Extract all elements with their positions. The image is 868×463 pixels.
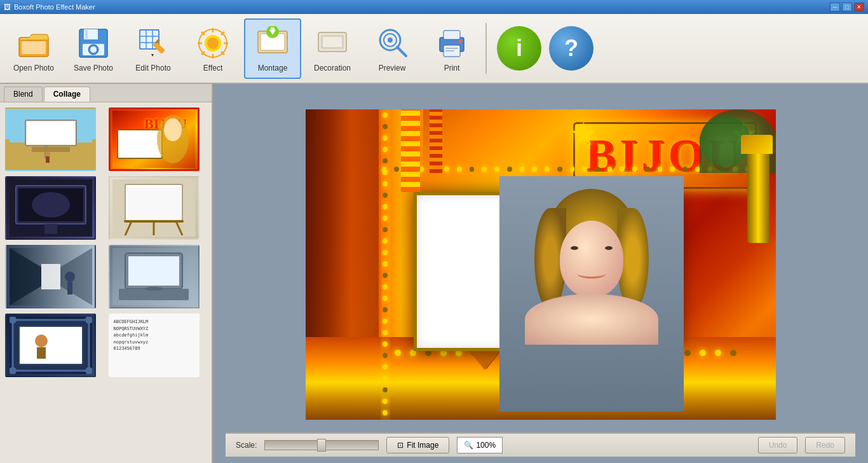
svg-rect-35 [323, 37, 342, 47]
svg-marker-15 [151, 54, 154, 57]
effect-button[interactable]: Effect [184, 18, 241, 79]
theater-image: BIJOU ★ ★ [306, 109, 776, 420]
save-photo-icon [76, 25, 111, 61]
thumbnail-dark[interactable] [5, 176, 96, 240]
title-bar-left: 🖼 Boxoft Photo Effect Maker [4, 3, 95, 11]
edit-photo-button[interactable]: Edit Photo [125, 18, 182, 79]
help-button[interactable]: ? [549, 26, 593, 71]
preview-icon [374, 25, 410, 61]
decoration-icon [315, 25, 350, 61]
print-label: Print [444, 64, 460, 73]
app-icon: 🖼 [4, 3, 11, 11]
canvas-area: BIJOU ★ ★ [213, 84, 868, 463]
bottom-bar: Scale: ⊡ Fit Image 🔍 100% Undo Redo [226, 432, 855, 457]
svg-rect-44 [445, 50, 454, 52]
svg-point-62 [32, 192, 70, 218]
svg-rect-43 [445, 48, 458, 49]
title-bar-controls: ─ □ ✕ [830, 3, 864, 11]
svg-rect-53 [46, 156, 50, 163]
main-canvas: BIJOU ★ ★ [302, 97, 779, 432]
svg-rect-76 [67, 282, 72, 294]
svg-point-45 [459, 40, 462, 43]
thumbnail-bijou[interactable]: BIJOU [109, 107, 200, 171]
thumbnail-canvas[interactable] [109, 176, 200, 240]
svg-rect-1 [22, 41, 46, 54]
svg-rect-4 [85, 30, 88, 39]
svg-rect-79 [128, 256, 179, 286]
preview-button[interactable]: Preview [363, 18, 421, 79]
redo-label: Redo [816, 441, 834, 450]
svg-point-58 [164, 118, 182, 141]
svg-line-39 [397, 47, 406, 56]
effect-label: Effect [203, 64, 222, 73]
montage-icon [255, 25, 290, 61]
zoom-display: 🔍 100% [457, 437, 503, 453]
left-panel: Blend Collage [0, 84, 213, 463]
fit-image-label: Fit Image [407, 441, 438, 450]
svg-rect-49 [27, 122, 74, 144]
app-title: Boxoft Photo Effect Maker [14, 3, 95, 11]
redo-button[interactable]: Redo [805, 437, 845, 453]
svg-rect-51 [32, 147, 70, 152]
svg-rect-63 [44, 224, 57, 234]
minimize-button[interactable]: ─ [830, 3, 840, 11]
main-area: Blend Collage [0, 84, 868, 463]
save-photo-label: Save Photo [74, 64, 113, 73]
svg-rect-70 [124, 220, 184, 223]
montage-button[interactable]: Montage [244, 18, 301, 79]
zoom-icon: 🔍 [464, 441, 473, 450]
title-bar: 🖼 Boxoft Photo Effect Maker ─ □ ✕ [0, 0, 868, 14]
svg-rect-56 [118, 130, 162, 158]
toolbar: Open Photo Save Photo [0, 14, 868, 84]
tab-blend[interactable]: Blend [4, 86, 43, 102]
svg-rect-74 [41, 264, 60, 289]
thumbnail-laptop[interactable] [109, 245, 200, 308]
svg-rect-90 [37, 347, 46, 359]
svg-point-89 [35, 335, 48, 347]
close-button[interactable]: ✕ [854, 3, 864, 11]
print-icon [434, 25, 470, 61]
open-photo-icon [16, 25, 51, 61]
print-button[interactable]: Print [423, 18, 480, 79]
svg-point-81 [144, 287, 163, 291]
scale-label: Scale: [236, 441, 257, 450]
svg-point-7 [90, 46, 97, 53]
thumbnail-text[interactable]: ABCDEFGHIJKLM NOPQRSTUVWXYZ abcdefghijkl… [109, 314, 200, 377]
thumbnail-beach[interactable] [5, 107, 96, 171]
effect-icon [195, 25, 231, 61]
thumbnail-frame[interactable] [5, 314, 96, 377]
save-photo-button[interactable]: Save Photo [65, 18, 122, 79]
undo-label: Undo [769, 441, 787, 450]
maximize-button[interactable]: □ [842, 3, 852, 11]
svg-point-27 [207, 38, 219, 49]
open-photo-button[interactable]: Open Photo [5, 18, 62, 79]
svg-point-75 [65, 272, 75, 282]
decoration-button[interactable]: Decoration [304, 18, 361, 79]
svg-point-38 [388, 38, 393, 43]
svg-point-52 [45, 151, 50, 156]
preview-label: Preview [379, 64, 406, 73]
edit-photo-label: Edit Photo [135, 64, 170, 73]
edit-photo-icon [135, 25, 171, 61]
decoration-label: Decoration [314, 64, 351, 73]
thumbnail-corridor[interactable] [5, 245, 96, 308]
svg-rect-66 [127, 186, 180, 219]
fit-image-button[interactable]: ⊡ Fit Image [386, 437, 449, 453]
toolbar-separator [485, 23, 487, 74]
fit-image-icon: ⊡ [397, 441, 403, 450]
svg-rect-41 [444, 31, 460, 39]
svg-rect-84 [19, 326, 83, 364]
undo-button[interactable]: Undo [758, 437, 798, 453]
thumbnail-grid: BIJOU [0, 102, 212, 463]
info-button[interactable]: i [497, 26, 541, 71]
zoom-value: 100% [476, 441, 496, 450]
tab-bar: Blend Collage [0, 84, 212, 102]
scale-slider[interactable] [264, 440, 379, 450]
svg-rect-32 [271, 27, 275, 31]
tab-collage[interactable]: Collage [44, 86, 90, 102]
open-photo-label: Open Photo [13, 64, 54, 73]
montage-label: Montage [258, 64, 288, 73]
